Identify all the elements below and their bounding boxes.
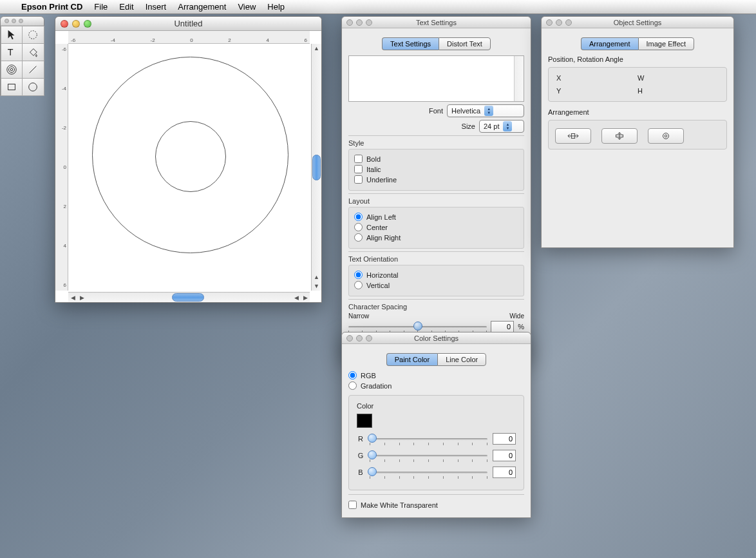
text-settings-titlebar[interactable]: Text Settings [342, 17, 531, 28]
tool-text[interactable]: T [1, 43, 23, 61]
r-slider[interactable] [370, 434, 487, 444]
svg-point-10 [663, 133, 669, 139]
spacing-section-title: Character Spacing [348, 299, 524, 313]
font-combo[interactable]: Helvetica▲▼ [447, 104, 524, 117]
b-label: B [357, 468, 364, 476]
r-label: R [357, 435, 364, 443]
vertical-scrollbar[interactable]: ▲ ▲ ▼ [311, 44, 321, 291]
arrangement-section-title: Arrangement [548, 108, 727, 116]
scroll-up-icon[interactable]: ▲ [312, 44, 321, 53]
center-button[interactable] [648, 128, 684, 144]
vertical-scroll-thumb[interactable] [312, 155, 321, 180]
wide-label: Wide [509, 313, 524, 320]
color-swatch[interactable] [357, 414, 372, 428]
align-left-radio[interactable]: Align Left [354, 213, 518, 221]
italic-checkbox[interactable]: Italic [354, 165, 518, 173]
scroll-left2-icon[interactable]: ◀ [292, 293, 301, 302]
y-label: Y [556, 87, 638, 95]
menu-file[interactable]: File [88, 2, 113, 12]
bold-checkbox[interactable]: Bold [354, 155, 518, 163]
document-titlebar[interactable]: Untitled [55, 17, 321, 31]
panel-close-button[interactable] [546, 19, 553, 26]
panel-close-button[interactable] [346, 19, 353, 26]
panel-min-button[interactable] [356, 335, 363, 342]
scroll-left-icon[interactable]: ◀ [68, 293, 77, 302]
panel-zoom-button[interactable] [366, 335, 372, 342]
spacing-value[interactable] [491, 321, 514, 332]
menu-edit[interactable]: Edit [113, 2, 139, 12]
vertical-radio[interactable]: Vertical [354, 281, 518, 289]
tool-palette: T [0, 16, 44, 96]
scroll-right-icon[interactable]: ▶ [301, 293, 310, 302]
size-label: Size [462, 122, 475, 130]
panel-zoom-button[interactable] [366, 19, 372, 26]
tool-line[interactable] [22, 61, 44, 79]
text-settings-panel: Text Settings Text Settings Distort Text… [341, 16, 531, 360]
minimize-button[interactable] [72, 20, 80, 28]
panel-zoom-button[interactable] [565, 19, 572, 26]
b-slider[interactable] [370, 467, 487, 477]
spacing-slider[interactable] [348, 322, 487, 332]
cd-inner-circle [155, 121, 226, 192]
object-settings-titlebar[interactable]: Object Settings [542, 17, 733, 28]
tool-paint-bucket[interactable] [22, 43, 44, 61]
panel-min-button[interactable] [556, 19, 562, 26]
tab-arrangement[interactable]: Arrangement [581, 37, 638, 50]
size-combo[interactable]: 24 pt▲▼ [479, 120, 524, 133]
tab-line-color[interactable]: Line Color [437, 353, 486, 366]
w-label: W [638, 74, 719, 82]
app-menu[interactable]: Epson Print CD [15, 2, 88, 12]
horizontal-radio[interactable]: Horizontal [354, 271, 518, 279]
tool-marquee[interactable] [22, 26, 44, 44]
ruler-horizontal: -6-4-20246 [68, 31, 310, 44]
scroll-down-icon[interactable]: ▼ [312, 282, 321, 291]
scroll-right2-icon[interactable]: ▶ [77, 293, 86, 302]
tool-target[interactable] [1, 61, 23, 79]
menubar: Epson Print CD File Edit Insert Arrangem… [0, 0, 756, 14]
underline-checkbox[interactable]: Underline [354, 175, 518, 184]
menu-insert[interactable]: Insert [140, 2, 173, 12]
document-window: Untitled -6-4-20246 -6-4-20246 ▲ ▲ ▼ ◀ ▶… [55, 16, 322, 303]
ruler-vertical: -6-4-20246 [55, 44, 68, 291]
tab-paint-color[interactable]: Paint Color [386, 353, 437, 366]
horizontal-scroll-thumb[interactable] [172, 293, 204, 302]
gradation-radio[interactable]: Gradation [348, 381, 524, 390]
g-value[interactable] [493, 450, 516, 461]
tab-text-settings[interactable]: Text Settings [382, 37, 439, 50]
canvas[interactable] [68, 44, 310, 291]
tool-palette-titlebar[interactable] [1, 17, 44, 26]
tab-distort-text[interactable]: Distort Text [439, 37, 491, 50]
x-label: X [556, 74, 638, 82]
svg-rect-6 [8, 84, 15, 90]
svg-text:T: T [7, 47, 13, 57]
menu-help[interactable]: Help [261, 2, 290, 12]
horizontal-scrollbar[interactable]: ◀ ▶ ◀ ▶ [68, 292, 310, 302]
align-vertical-button[interactable] [601, 128, 638, 144]
tab-image-effect[interactable]: Image Effect [638, 37, 695, 50]
zoom-button[interactable] [84, 20, 91, 28]
align-right-radio[interactable]: Align Right [354, 233, 518, 242]
font-label: Font [429, 107, 443, 115]
textarea-scrollbar[interactable] [514, 56, 524, 101]
spacing-unit: % [518, 323, 524, 331]
g-slider[interactable] [370, 450, 487, 461]
align-center-radio[interactable]: Center [354, 223, 518, 231]
color-settings-titlebar[interactable]: Color Settings [342, 332, 531, 344]
panel-min-button[interactable] [356, 19, 363, 26]
b-value[interactable] [493, 467, 516, 478]
menu-arrangement[interactable]: Arrangement [172, 2, 232, 12]
tool-ellipse[interactable] [22, 78, 44, 96]
tool-rectangle[interactable] [1, 78, 23, 96]
svg-point-4 [10, 68, 13, 71]
menu-view[interactable]: View [232, 2, 261, 12]
tool-select-arrow[interactable] [1, 26, 23, 44]
r-value[interactable] [493, 433, 516, 445]
document-title: Untitled [55, 19, 321, 28]
align-horizontal-button[interactable] [555, 128, 591, 144]
make-white-transparent-checkbox[interactable]: Make White Transparent [348, 501, 438, 509]
rgb-radio[interactable]: RGB [348, 371, 524, 380]
panel-close-button[interactable] [346, 335, 353, 342]
text-input-area[interactable] [348, 55, 524, 102]
close-button[interactable] [61, 20, 68, 28]
scroll-up2-icon[interactable]: ▲ [312, 273, 321, 282]
